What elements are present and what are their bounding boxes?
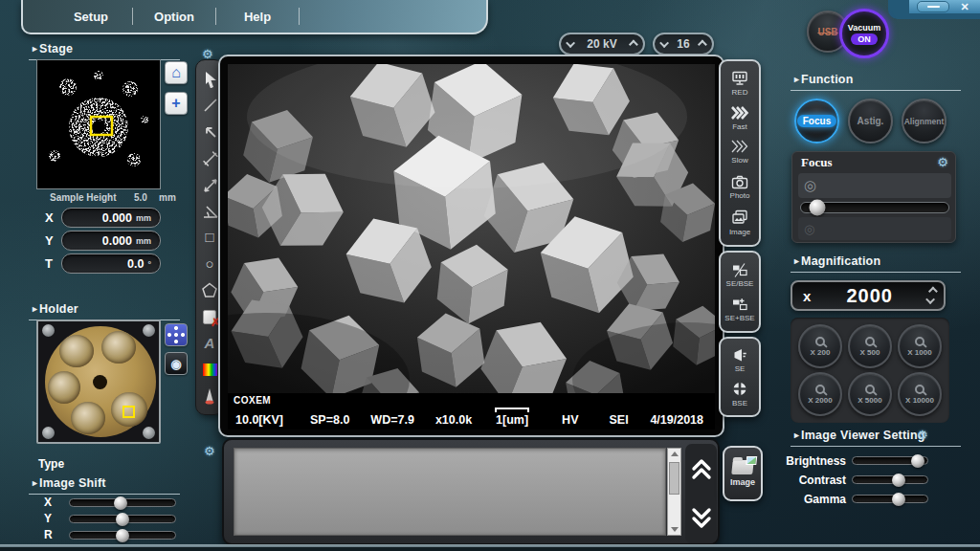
menu-item-option[interactable]: Option xyxy=(133,10,215,24)
spot-decrease-icon[interactable] xyxy=(659,38,669,48)
preset-x2000-button[interactable]: X 2000 xyxy=(798,372,842,416)
thumbnail-strip[interactable] xyxy=(234,448,666,536)
slow-scan-button[interactable]: Slow xyxy=(729,139,750,165)
voltage-spinner[interactable]: 20 kV xyxy=(559,33,645,55)
image-label: Image xyxy=(729,228,750,236)
gallery-settings-gear-icon[interactable]: ⚙ xyxy=(204,444,215,458)
menu-separator xyxy=(299,8,300,25)
astig-button-label: Astig. xyxy=(858,116,884,126)
preset-x500-button[interactable]: X 500 xyxy=(848,324,892,368)
scan-mode-rail: RED Fast Slow Photo Image xyxy=(719,59,761,247)
magnification-value-box[interactable]: x 2000 xyxy=(791,280,946,311)
preset-x10000-button[interactable]: X 10000 xyxy=(898,372,942,416)
scrollbar-thumb[interactable] xyxy=(669,462,679,495)
red-scan-button[interactable]: RED xyxy=(730,70,749,97)
coarse-focus-row[interactable]: ◎ xyxy=(798,173,951,198)
focus-function-button[interactable]: Focus xyxy=(794,99,839,143)
preset-x5000-button[interactable]: X 5000 xyxy=(848,372,892,416)
fine-focus-row[interactable]: ◎ xyxy=(798,217,951,240)
open-image-folder-button[interactable]: Image xyxy=(723,446,763,501)
se-plus-bse-button[interactable]: SE+BSE xyxy=(724,296,754,322)
holder-map-mode-button[interactable]: · xyxy=(165,323,188,346)
bse-detector-icon xyxy=(730,380,749,398)
se-detector-button[interactable]: SE xyxy=(730,346,749,373)
holder-camera-view[interactable] xyxy=(36,320,161,444)
rectangle-icon: □ xyxy=(205,229,213,245)
stage-x-field[interactable]: 0.000 mm xyxy=(61,208,161,228)
astig-function-button[interactable]: Astig. xyxy=(848,99,893,143)
close-button[interactable]: ✕ xyxy=(955,0,974,13)
magnification-value: 2000 xyxy=(811,285,928,307)
alignment-function-button[interactable]: Alignment xyxy=(902,99,947,143)
minimize-button[interactable] xyxy=(917,1,949,12)
preset-label: X 200 xyxy=(811,348,831,357)
folder-image-icon xyxy=(731,460,754,474)
gamma-knob[interactable] xyxy=(892,493,905,506)
preset-label: X 10000 xyxy=(905,396,934,405)
photo-capture-button[interactable]: Photo xyxy=(730,173,750,200)
page-up-button[interactable] xyxy=(689,457,714,480)
magnification-section-header: Magnification xyxy=(791,254,961,273)
image-save-button[interactable]: Image xyxy=(729,209,750,236)
preset-x200-button[interactable]: X 200 xyxy=(798,324,842,368)
alignment-button-label: Alignment xyxy=(904,117,945,126)
menu-item-setup[interactable]: Setup xyxy=(50,10,132,24)
voltage-decrease-icon[interactable] xyxy=(566,38,575,48)
preset-x1000-button[interactable]: X 1000 xyxy=(898,324,942,368)
holder-screw xyxy=(42,324,55,337)
pin-icon xyxy=(200,386,219,406)
sample-stub xyxy=(48,371,80,404)
brightness-slider[interactable] xyxy=(852,456,928,465)
fast-scan-button[interactable]: Fast xyxy=(729,105,750,131)
scroll-down-arrow-icon[interactable] xyxy=(671,527,679,532)
bse-detector-button[interactable]: BSE xyxy=(730,380,749,408)
scroll-up-arrow-icon[interactable] xyxy=(671,452,679,456)
image-shift-r-slider[interactable] xyxy=(69,531,176,540)
image-shift-y-knob[interactable] xyxy=(116,513,129,526)
menu-item-help[interactable]: Help xyxy=(216,10,299,24)
spot-size-spinner[interactable]: 16 xyxy=(653,33,714,55)
stage-zoom-in-button[interactable]: + xyxy=(165,92,188,115)
gallery-scrollbar[interactable] xyxy=(667,448,681,536)
image-stack-icon xyxy=(730,209,749,227)
stage-y-field[interactable]: 0.000 mm xyxy=(61,231,161,251)
image-viewport-panel: COXEM 10.0[KV] SP=8.0 WD=7.9 x10.0k 1[um… xyxy=(218,55,724,437)
sem-live-image[interactable] xyxy=(228,64,715,393)
usb-label: USB xyxy=(817,27,837,37)
stage-t-value: 0.0 xyxy=(127,257,144,271)
thumbnail-gallery-panel xyxy=(222,438,720,545)
focus-slider-knob[interactable] xyxy=(809,200,825,216)
se-bse-split-button[interactable]: SE/BSE xyxy=(726,261,754,288)
holder-camera-mode-button[interactable]: ◉ xyxy=(165,352,188,375)
page-down-button[interactable] xyxy=(689,507,714,530)
stage-t-field[interactable]: 0.0 ° xyxy=(61,253,161,274)
image-shift-x-slider[interactable] xyxy=(69,498,176,507)
dots-pattern-icon: · xyxy=(173,326,178,343)
sample-stub xyxy=(101,331,136,364)
focus-slider[interactable] xyxy=(800,202,949,213)
voltage-increase-icon[interactable] xyxy=(629,39,638,49)
focus-auto-gear-icon[interactable]: ⚙ xyxy=(937,155,948,169)
sample-height-label: Sample Height xyxy=(50,192,116,203)
se-plus-bse-icon xyxy=(730,296,749,313)
vacuum-on-button[interactable]: Vacuum ON xyxy=(839,9,889,58)
spot-increase-icon[interactable] xyxy=(698,39,707,49)
stage-home-button[interactable]: ⌂ xyxy=(165,61,188,84)
image-shift-x-knob[interactable] xyxy=(114,496,127,510)
status-vacuum-mode: HV xyxy=(562,413,578,427)
stage-x-label: X xyxy=(45,210,54,225)
contrast-knob[interactable] xyxy=(892,474,905,487)
preset-label: X 5000 xyxy=(858,396,881,405)
contrast-slider[interactable] xyxy=(852,475,928,484)
stage-navigation-map[interactable] xyxy=(36,59,161,189)
image-shift-y-slider[interactable] xyxy=(69,515,176,523)
gamma-slider[interactable] xyxy=(852,495,928,503)
brightness-knob[interactable] xyxy=(911,454,924,468)
monitor-icon xyxy=(730,70,749,87)
se-label: SE xyxy=(735,364,746,373)
voltage-value: 20 kV xyxy=(587,37,616,51)
image-shift-r-knob[interactable] xyxy=(116,529,129,542)
minimize-icon xyxy=(927,6,940,8)
viewer-auto-gear-icon[interactable]: ⚙ xyxy=(917,428,928,442)
spot-size-value: 16 xyxy=(677,37,689,51)
